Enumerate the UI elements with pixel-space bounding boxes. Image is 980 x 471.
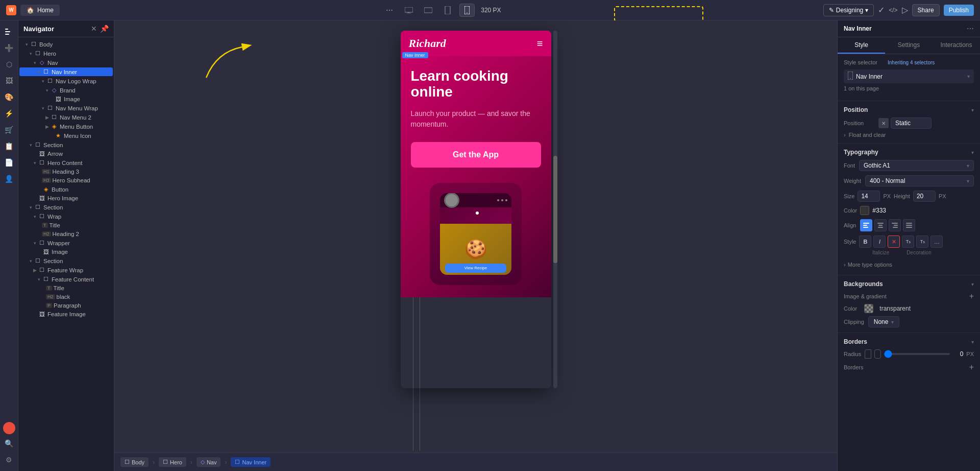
font-selector[interactable]: Gothic A1 ▾ xyxy=(859,160,974,171)
strikethrough-btn[interactable]: ✕ xyxy=(888,236,900,248)
pin-navigator-btn[interactable]: 📌 xyxy=(100,25,109,33)
tree-toggle[interactable]: ▾ xyxy=(32,60,38,65)
typography-toggle[interactable]: ▾ xyxy=(971,150,974,155)
breadcrumb-body[interactable]: ☐ Body xyxy=(120,457,149,467)
borders-section-header[interactable]: Borders ▾ xyxy=(844,338,974,345)
position-toggle[interactable]: ▾ xyxy=(971,107,974,113)
designing-mode-btn[interactable]: ✎ Designing ▾ xyxy=(823,4,874,16)
close-navigator-btn[interactable]: ✕ xyxy=(91,25,97,33)
tree-toggle[interactable]: ▾ xyxy=(32,160,38,166)
mobile-menu-btn[interactable]: ≡ xyxy=(537,38,543,50)
tree-item-black-h2[interactable]: H2 black xyxy=(19,293,113,301)
align-right-btn[interactable] xyxy=(889,219,901,231)
radius-single-btn[interactable] xyxy=(865,349,871,359)
tree-item-title[interactable]: T Title xyxy=(19,221,113,229)
borders-toggle[interactable]: ▾ xyxy=(971,339,974,345)
add-border-btn[interactable]: + xyxy=(969,363,974,372)
more-type-options-row[interactable]: › More type options xyxy=(844,260,974,270)
tree-item-nav-logo-wrap[interactable]: ▾ ☐ Nav Logo Wrap xyxy=(19,77,113,85)
tree-item-arrow[interactable]: 🖼 Arrow xyxy=(19,150,113,158)
tree-item-brand[interactable]: ▾ ◇ Brand xyxy=(19,86,113,95)
tree-item-section-3[interactable]: ▾ ☐ Section xyxy=(19,256,113,265)
users-btn[interactable]: 👤 xyxy=(2,172,16,186)
share-btn[interactable]: Share xyxy=(912,4,940,16)
tree-toggle[interactable]: ▾ xyxy=(40,106,46,111)
tree-item-heading3[interactable]: H1 Heading 3 xyxy=(19,168,113,176)
tree-toggle[interactable]: ▾ xyxy=(28,51,34,56)
tree-item-nav[interactable]: ▾ ◇ Nav xyxy=(19,58,113,67)
tree-item-button[interactable]: ◈ Button xyxy=(19,185,113,194)
ecommerce-btn[interactable]: 🛒 xyxy=(2,123,16,137)
tree-item-image-logo[interactable]: 🖼 Image xyxy=(19,95,113,103)
tab-settings[interactable]: Settings xyxy=(885,37,933,54)
color-value[interactable]: #333 xyxy=(872,207,886,214)
selector-dropdown-icon[interactable]: ▾ xyxy=(967,74,970,79)
tree-toggle[interactable]: ▾ xyxy=(32,214,38,219)
cms-btn[interactable]: 📋 xyxy=(2,139,16,153)
tablet-landscape-btn[interactable] xyxy=(421,4,436,17)
components-btn[interactable]: ⬡ xyxy=(2,57,16,72)
publish-btn[interactable]: Publish xyxy=(944,5,974,16)
align-left-btn[interactable] xyxy=(860,219,872,231)
tree-item-section-1[interactable]: ▾ ☐ Section xyxy=(19,140,113,149)
tree-item-wrapper[interactable]: ▾ ☐ Wrapper xyxy=(19,239,113,247)
add-bg-btn[interactable]: + xyxy=(969,292,974,301)
position-value-box[interactable]: Static xyxy=(891,117,932,129)
position-clear-btn[interactable]: ✕ xyxy=(878,118,889,128)
search-sidebar-btn[interactable]: 🔍 xyxy=(2,436,16,451)
breadcrumb-nav[interactable]: ◇ Nav xyxy=(197,457,221,467)
align-center-btn[interactable] xyxy=(874,219,887,231)
tree-item-nav-menu-2[interactable]: ▶ ☐ Nav Menu 2 xyxy=(19,113,113,122)
mobile-view-btn[interactable] xyxy=(459,4,475,17)
tree-toggle[interactable]: ▾ xyxy=(36,69,42,75)
tree-toggle[interactable]: ▾ xyxy=(40,79,46,84)
tree-item-nav-menu-wrap[interactable]: ▾ ☐ Nav Menu Wrap xyxy=(19,104,113,112)
tree-item-hero[interactable]: ▾ ☐ Hero xyxy=(19,49,113,58)
mobile-preview-wrapper[interactable]: Affects 479px and below Mobile (P) Nav I… xyxy=(114,20,837,471)
mobile-frame[interactable]: Richard ≡ Learn cooking online Launch yo… xyxy=(401,31,551,388)
notification-btn[interactable] xyxy=(3,422,15,434)
tree-item-heading2[interactable]: H2 Heading 2 xyxy=(19,230,113,238)
clipping-value[interactable]: None ▾ xyxy=(868,316,900,327)
tree-toggle[interactable]: ▾ xyxy=(36,277,42,282)
app-logo[interactable]: W xyxy=(6,5,16,15)
position-section-header[interactable]: Position ▾ xyxy=(844,106,974,113)
tree-item-menu-button[interactable]: ▶ ◈ Menu Button xyxy=(19,122,113,131)
tree-toggle[interactable]: ▾ xyxy=(28,258,34,264)
bold-btn[interactable]: B xyxy=(859,236,871,248)
radius-all-btn[interactable] xyxy=(874,349,881,359)
tree-item-feature-image[interactable]: 🖼 Feature Image xyxy=(19,310,113,318)
backgrounds-toggle[interactable]: ▾ xyxy=(971,281,974,287)
more-style-btn[interactable]: … xyxy=(930,236,943,248)
tree-toggle[interactable]: ▶ xyxy=(44,115,50,120)
breadcrumb-hero[interactable]: ☐ Hero xyxy=(159,457,186,467)
mobile-cta-btn[interactable]: Get the App xyxy=(411,142,541,168)
check-btn[interactable]: ✓ xyxy=(878,5,885,15)
settings-btn[interactable]: ⚙ xyxy=(2,453,16,467)
italic-btn[interactable]: I xyxy=(873,236,886,248)
superscript-btn[interactable]: Ts xyxy=(902,236,914,248)
typography-section-header[interactable]: Typography ▾ xyxy=(844,149,974,156)
tree-item-hero-subhead[interactable]: H3 Hero Subhead xyxy=(19,176,113,184)
more-options-btn[interactable]: ⋯ xyxy=(382,4,397,17)
inheriting-badge[interactable]: Inheriting 4 selectors xyxy=(888,60,935,65)
tree-item-feature-content[interactable]: ▾ ☐ Feature Content xyxy=(19,275,113,284)
desktop-view-btn[interactable] xyxy=(401,4,416,17)
tree-item-paragraph[interactable]: P Paragraph xyxy=(19,301,113,310)
tree-item-section-2[interactable]: ▾ ☐ Section xyxy=(19,203,113,211)
selector-row[interactable]: Nav Inner ▾ xyxy=(844,69,974,83)
tree-toggle[interactable]: ▾ xyxy=(28,143,34,148)
tree-toggle[interactable]: ▾ xyxy=(44,88,50,93)
tree-toggle[interactable]: ▾ xyxy=(23,42,30,47)
add-elements-btn[interactable]: ➕ xyxy=(2,41,16,55)
panel-more-btn[interactable]: ⋯ xyxy=(967,25,974,33)
interactions-sidebar-btn[interactable]: ⚡ xyxy=(2,106,16,121)
tree-item-feature-wrap[interactable]: ▶ ☐ Feature Wrap xyxy=(19,266,113,274)
canvas-scrollbar[interactable] xyxy=(553,31,557,388)
tree-item-nav-inner[interactable]: ▾ ☐ Nav Inner xyxy=(19,67,113,76)
home-tab[interactable]: 🏠 Home xyxy=(20,5,60,16)
subscript-btn[interactable]: Ts xyxy=(916,236,928,248)
tab-interactions[interactable]: Interactions xyxy=(933,37,980,54)
tree-toggle[interactable]: ▾ xyxy=(32,241,38,246)
tree-item-title-2[interactable]: T Title xyxy=(19,284,113,292)
